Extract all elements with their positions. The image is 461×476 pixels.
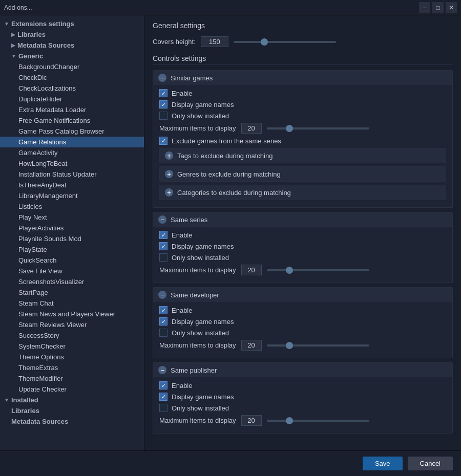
sidebar-item-lib-mgmt[interactable]: LibraryManagement (0, 190, 144, 201)
sidebar-item-gameactivity[interactable]: GameActivity (0, 147, 144, 158)
sidebar-item-free-game[interactable]: Free Game Notifications (0, 115, 144, 126)
extra-checkbox-similar-games-0[interactable]: ✓ (159, 137, 167, 145)
sidebar-item-systemchecker[interactable]: SystemChecker (0, 341, 144, 352)
sidebar-item-installed[interactable]: ▼Installed (0, 395, 144, 405)
sidebar-item-theme-options[interactable]: Theme Options (0, 352, 144, 362)
general-settings-title: General settings (153, 21, 453, 32)
sidebar-item-inst-libraries[interactable]: Libraries (0, 405, 144, 416)
expandable-header-similar-games-3[interactable]: +Categories to exclude during matching (160, 185, 446, 200)
sidebar-item-inst-metadata[interactable]: Metadata Sources (0, 416, 144, 427)
group-title-similar-games: Similar games (171, 74, 213, 82)
sidebar-item-label: GameActivity (18, 149, 58, 157)
expandable-header-similar-games-2[interactable]: +Genres to exclude during matching (160, 167, 446, 181)
enable-row-similar-games: ✓Enable (159, 89, 446, 97)
save-button[interactable]: Save (363, 457, 403, 470)
only-installed-label-similar-games: Only show installed (172, 112, 229, 120)
minimize-button[interactable]: ─ (419, 2, 430, 13)
display-names-checkbox-same-publisher[interactable]: ✓ (159, 393, 167, 401)
sidebar-item-howlong[interactable]: HowLongToBeat (0, 158, 144, 169)
enable-checkbox-same-series[interactable]: ✓ (159, 231, 167, 239)
sidebar-item-extra-meta[interactable]: Extra Metadata Loader (0, 104, 144, 115)
sidebar-item-label: DuplicateHider (18, 95, 62, 103)
sidebar-item-play-next[interactable]: Play Next (0, 212, 144, 223)
sidebar-item-label: SystemChecker (18, 342, 66, 350)
display-names-row-same-developer: ✓Display game names (159, 317, 446, 326)
sidebar-item-check-local[interactable]: CheckLocalizations (0, 83, 144, 94)
sidebar-item-save-file[interactable]: Save File View (0, 266, 144, 276)
group-header-same-developer[interactable]: −Same developer (153, 288, 452, 302)
expandable-header-similar-games-1[interactable]: +Tags to exclude during matching (160, 148, 446, 163)
group-title-same-series: Same series (171, 216, 207, 224)
cancel-button[interactable]: Cancel (408, 457, 453, 470)
sidebar-item-player-act[interactable]: PlayerActivities (0, 223, 144, 233)
sidebar-item-install-status[interactable]: Installation Status Updater (0, 169, 144, 180)
max-items-slider-similar-games[interactable] (267, 127, 369, 129)
sidebar-item-steam-chat[interactable]: Steam Chat (0, 298, 144, 309)
enable-checkbox-similar-games[interactable]: ✓ (159, 89, 167, 97)
sidebar-item-label: Installed (11, 396, 38, 404)
sidebar-item-libraries[interactable]: ▶Libraries (0, 29, 144, 40)
sidebar-item-dup-hider[interactable]: DuplicateHider (0, 94, 144, 104)
sidebar-item-quicksearch[interactable]: QuickSearch (0, 255, 144, 266)
covers-height-label: Covers height: (153, 38, 196, 46)
sidebar-item-steam-reviews[interactable]: Steam Reviews Viewer (0, 319, 144, 330)
group-header-same-publisher[interactable]: −Same publisher (153, 363, 452, 377)
sidebar-item-check-dlc[interactable]: CheckDlc (0, 72, 144, 83)
max-items-slider-same-developer[interactable] (267, 344, 369, 347)
covers-height-slider[interactable] (234, 41, 336, 43)
only-installed-label-same-publisher: Only show installed (172, 404, 229, 412)
sidebar-item-metadata-sources[interactable]: ▶Metadata Sources (0, 40, 144, 51)
only-installed-checkbox-same-publisher[interactable] (159, 404, 167, 412)
sidebar-item-theme-modifier[interactable]: ThemeModifier (0, 373, 144, 384)
sidebar-item-label: Libraries (17, 31, 46, 38)
group-same-publisher: −Same publisher✓Enable✓Display game name… (153, 362, 453, 434)
sidebar-item-successstory[interactable]: SuccessStory (0, 330, 144, 341)
maximize-button[interactable]: □ (432, 2, 444, 13)
only-installed-checkbox-same-developer[interactable] (159, 329, 167, 337)
group-title-same-developer: Same developer (171, 291, 219, 299)
sidebar-item-label: QuickSearch (18, 256, 56, 264)
only-installed-checkbox-similar-games[interactable] (159, 112, 167, 120)
max-items-value-same-developer: 20 (241, 340, 262, 351)
max-items-label-same-series: Maximum items to display (159, 266, 236, 274)
sidebar-item-label: Libraries (11, 407, 39, 415)
display-names-checkbox-same-series[interactable]: ✓ (159, 242, 167, 250)
max-items-value-same-publisher: 20 (241, 415, 262, 426)
display-names-row-same-publisher: ✓Display game names (159, 393, 446, 401)
sidebar-item-label: Metadata Sources (17, 41, 74, 49)
max-items-slider-same-publisher[interactable] (267, 420, 369, 422)
plus-icon: + (165, 152, 173, 160)
minus-icon: − (158, 215, 166, 224)
max-items-slider-same-series[interactable] (267, 269, 369, 271)
sidebar-item-label: Steam Reviews Viewer (18, 321, 87, 329)
sidebar-item-steam-news[interactable]: Steam News and Players Viewer (0, 309, 144, 319)
sidebar-item-listicles[interactable]: Listicles (0, 201, 144, 212)
sidebar-item-generic[interactable]: ▼Generic (0, 51, 144, 61)
display-names-checkbox-same-developer[interactable]: ✓ (159, 317, 167, 326)
expandable-similar-games-3: +Categories to exclude during matching (159, 185, 446, 200)
only-installed-row-similar-games: Only show installed (159, 112, 446, 120)
only-installed-checkbox-same-series[interactable] (159, 253, 167, 262)
controls-settings-title: Controls settings (153, 54, 453, 65)
sidebar-item-theme-extras[interactable]: ThemeExtras (0, 362, 144, 373)
sidebar-item-screenshots[interactable]: ScreenshotsVisualizer (0, 276, 144, 287)
sidebar-item-ext-settings[interactable]: ▼Extensions settings (0, 18, 144, 29)
sidebar-item-game-relations[interactable]: Game Relations (0, 137, 144, 147)
sidebar-item-playstate[interactable]: PlayState (0, 244, 144, 255)
sidebar-item-bg-changer[interactable]: BackgroundChanger (0, 61, 144, 72)
close-button[interactable]: ✕ (446, 2, 457, 13)
enable-checkbox-same-publisher[interactable]: ✓ (159, 381, 167, 390)
covers-height-value: 150 (201, 36, 228, 47)
sidebar-item-label: Game Relations (18, 138, 66, 146)
group-header-same-series[interactable]: −Same series (153, 212, 452, 227)
group-header-similar-games[interactable]: −Similar games (153, 71, 452, 85)
sidebar-item-playnite-sounds[interactable]: Playnite Sounds Mod (0, 233, 144, 244)
group-body-similar-games: ✓Enable✓Display game namesOnly show inst… (153, 85, 452, 207)
display-names-checkbox-similar-games[interactable]: ✓ (159, 100, 167, 109)
sidebar-item-gamepass[interactable]: Game Pass Catalog Browser (0, 126, 144, 137)
sidebar-item-update-checker[interactable]: Update Checker (0, 384, 144, 395)
enable-checkbox-same-developer[interactable]: ✓ (159, 306, 167, 314)
sidebar-item-label: Generic (18, 52, 43, 60)
sidebar-item-isthereany[interactable]: IsThereAnyDeal (0, 180, 144, 190)
sidebar-item-startpage[interactable]: StartPage (0, 287, 144, 298)
